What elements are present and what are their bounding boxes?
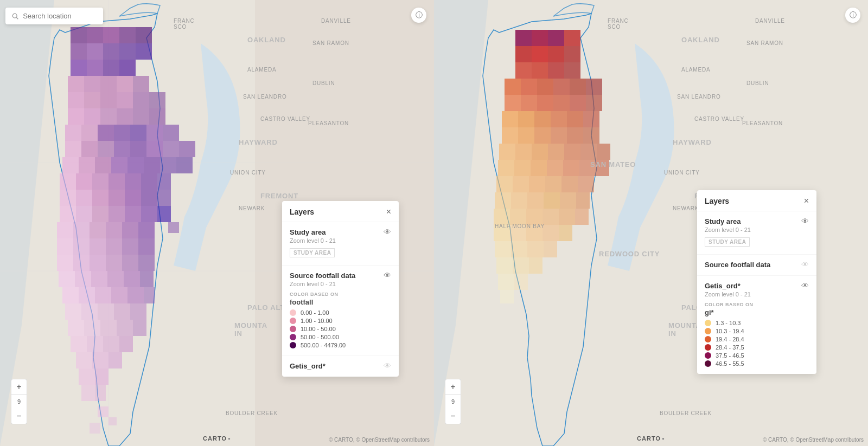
right-legend-label-3: 28.4 - 37.5 bbox=[716, 344, 744, 351]
svg-rect-198 bbox=[576, 192, 590, 209]
svg-rect-98 bbox=[75, 271, 91, 287]
left-layer-getis-header: Getis_ord* 👁 bbox=[290, 361, 391, 370]
svg-rect-52 bbox=[95, 157, 111, 173]
svg-rect-125 bbox=[108, 352, 122, 369]
left-layer-study-area-header: Study area 👁 bbox=[290, 228, 391, 236]
zoom-out-button[interactable]: − bbox=[11, 408, 27, 424]
right-legend-label-1: 10.3 - 19.4 bbox=[716, 328, 744, 334]
left-layer-footfall-zoom: Zoom level 0 - 21 bbox=[290, 281, 391, 287]
svg-rect-186 bbox=[596, 160, 609, 176]
left-color-based-label: COLOR BASED ON bbox=[290, 292, 391, 297]
search-bar[interactable] bbox=[5, 8, 103, 24]
attribution: © CARTO, © OpenStreetMap contributors bbox=[329, 437, 430, 443]
right-legend-item-1: 10.3 - 19.4 bbox=[705, 328, 809, 334]
svg-rect-110 bbox=[81, 303, 98, 320]
svg-rect-189 bbox=[529, 176, 545, 192]
right-legend-dot-5 bbox=[705, 360, 711, 367]
svg-rect-17 bbox=[119, 60, 136, 76]
svg-rect-65 bbox=[60, 190, 76, 206]
svg-rect-33 bbox=[133, 108, 149, 125]
svg-rect-50 bbox=[62, 157, 79, 173]
svg-rect-84 bbox=[138, 222, 155, 238]
svg-rect-187 bbox=[496, 176, 513, 192]
left-layer-study-area-visibility[interactable]: 👁 bbox=[384, 228, 391, 236]
svg-rect-115 bbox=[84, 320, 100, 336]
svg-rect-24 bbox=[84, 92, 100, 108]
svg-rect-141 bbox=[515, 46, 532, 62]
svg-rect-146 bbox=[532, 62, 548, 79]
svg-rect-38 bbox=[114, 125, 130, 141]
right-legend-label-4: 37.5 - 46.5 bbox=[716, 352, 744, 359]
svg-rect-19 bbox=[84, 76, 100, 92]
svg-rect-16 bbox=[103, 60, 119, 76]
right-zoom-in-button[interactable]: + bbox=[445, 379, 461, 395]
svg-rect-178 bbox=[580, 144, 597, 160]
svg-rect-126 bbox=[79, 369, 95, 385]
search-input[interactable] bbox=[23, 12, 97, 20]
legend-dot-1 bbox=[290, 318, 296, 324]
svg-rect-128 bbox=[81, 385, 95, 401]
svg-rect-69 bbox=[125, 190, 141, 206]
svg-rect-28 bbox=[149, 92, 165, 108]
right-layer-getis-header: Getis_ord* 👁 bbox=[705, 281, 809, 290]
svg-rect-6 bbox=[103, 27, 119, 43]
legend-label-2: 10.00 - 50.00 bbox=[301, 326, 336, 332]
svg-rect-205 bbox=[494, 225, 510, 241]
svg-rect-157 bbox=[537, 95, 553, 111]
svg-rect-200 bbox=[510, 209, 526, 225]
svg-line-135 bbox=[16, 17, 18, 19]
svg-rect-14 bbox=[71, 60, 87, 76]
svg-rect-185 bbox=[579, 160, 596, 176]
svg-rect-67 bbox=[92, 190, 108, 206]
svg-rect-26 bbox=[117, 92, 133, 108]
svg-rect-139 bbox=[548, 30, 564, 46]
zoom-in-button[interactable]: + bbox=[11, 379, 27, 395]
svg-rect-74 bbox=[92, 206, 108, 222]
right-getis-legend: 1.3 - 10.3 10.3 - 19.4 19.4 - 28.4 28.4 … bbox=[705, 320, 809, 367]
right-legend-item-4: 37.5 - 46.5 bbox=[705, 352, 809, 359]
right-layer-study-area-visibility[interactable]: 👁 bbox=[801, 217, 809, 225]
right-layer-getis-visibility[interactable]: 👁 bbox=[801, 281, 809, 290]
svg-rect-177 bbox=[564, 144, 580, 160]
svg-rect-99 bbox=[91, 271, 107, 287]
left-layer-getis-visibility[interactable]: 👁 bbox=[384, 361, 391, 370]
svg-rect-48 bbox=[163, 141, 179, 157]
right-zoom-out-button[interactable]: − bbox=[445, 408, 461, 424]
svg-rect-163 bbox=[534, 111, 551, 127]
svg-rect-161 bbox=[502, 111, 518, 127]
left-layer-footfall-visibility[interactable]: 👁 bbox=[384, 271, 391, 280]
svg-rect-207 bbox=[526, 225, 542, 241]
svg-rect-59 bbox=[76, 173, 92, 190]
svg-rect-31 bbox=[100, 108, 117, 125]
left-layer-study-area-tag: STUDY AREA bbox=[290, 248, 335, 257]
svg-rect-5 bbox=[87, 27, 103, 43]
right-layer-footfall-visibility[interactable]: 👁 bbox=[801, 260, 809, 269]
legend-label-1: 1.00 - 10.00 bbox=[301, 318, 333, 324]
svg-rect-82 bbox=[106, 222, 122, 238]
svg-rect-54 bbox=[127, 157, 144, 173]
right-layer-study-area-tag: STUDY AREA bbox=[705, 237, 750, 247]
right-panel-close[interactable]: × bbox=[804, 197, 809, 205]
svg-rect-167 bbox=[502, 127, 518, 144]
left-layers-panel: Layers × Study area 👁 Zoom level 0 - 21 … bbox=[282, 201, 399, 377]
right-info-button[interactable]: ⓘ bbox=[845, 8, 860, 23]
right-attribution: © CARTO, © OpenStreetMap contributors bbox=[763, 437, 864, 443]
left-color-field-name: footfall bbox=[290, 298, 391, 306]
svg-rect-97 bbox=[59, 271, 75, 287]
svg-rect-144 bbox=[564, 46, 580, 62]
right-layer-footfall-header: Source footfall data 👁 bbox=[705, 260, 809, 269]
svg-rect-76 bbox=[125, 206, 141, 222]
svg-rect-153 bbox=[570, 79, 586, 95]
left-panel-close[interactable]: × bbox=[386, 208, 391, 216]
right-legend-dot-3 bbox=[705, 344, 711, 351]
info-button[interactable]: ⓘ bbox=[411, 8, 426, 23]
right-legend-item-0: 1.3 - 10.3 bbox=[705, 320, 809, 326]
svg-rect-80 bbox=[73, 222, 90, 238]
legend-label-0: 0.00 - 1.00 bbox=[301, 309, 329, 316]
right-color-based-label: COLOR BASED ON bbox=[705, 302, 809, 307]
svg-rect-46 bbox=[130, 141, 146, 157]
svg-rect-151 bbox=[537, 79, 553, 95]
svg-rect-160 bbox=[586, 95, 602, 111]
svg-rect-209 bbox=[559, 225, 572, 241]
right-carto-logo: CARTO ● bbox=[637, 435, 665, 442]
